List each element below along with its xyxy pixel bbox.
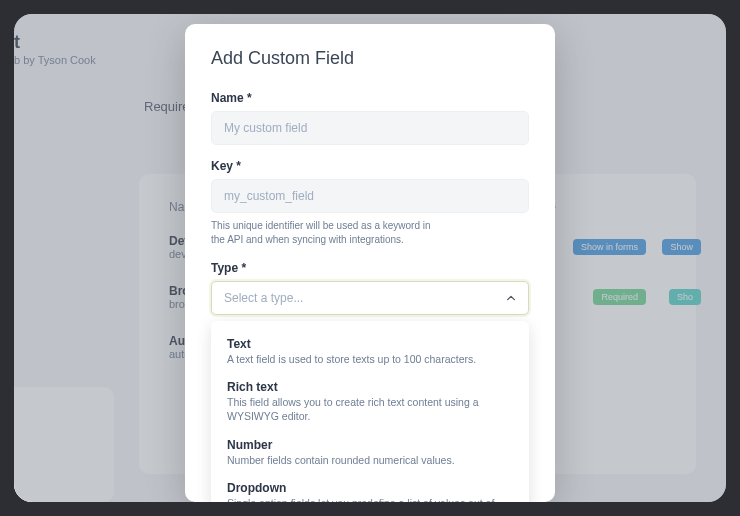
option-desc: This field allows you to create rich tex… [227, 395, 513, 423]
type-select[interactable]: Select a type... [211, 281, 529, 315]
option-title: Text [227, 337, 513, 351]
type-option-dropdown[interactable]: Dropdown Single option fields let you pr… [211, 475, 529, 502]
add-custom-field-modal: Add Custom Field Name * Key * This uniqu… [185, 24, 555, 502]
key-input[interactable] [211, 179, 529, 213]
option-title: Rich text [227, 380, 513, 394]
option-desc: Single option fields let you predefine a… [227, 496, 513, 502]
key-help-text: This unique identifier will be used as a… [211, 219, 441, 247]
type-field-group: Type * Select a type... Text A text fiel… [211, 261, 529, 502]
key-field-group: Key * This unique identifier will be use… [211, 159, 529, 247]
key-label: Key * [211, 159, 529, 173]
chevron-up-icon [506, 293, 516, 303]
option-title: Number [227, 438, 513, 452]
type-option-richtext[interactable]: Rich text This field allows you to creat… [211, 374, 529, 431]
type-option-number[interactable]: Number Number fields contain rounded num… [211, 432, 529, 475]
type-label: Type * [211, 261, 529, 275]
type-dropdown-menu: Text A text field is used to store texts… [211, 321, 529, 502]
name-label: Name * [211, 91, 529, 105]
option-desc: A text field is used to store texts up t… [227, 352, 513, 366]
type-option-text[interactable]: Text A text field is used to store texts… [211, 331, 529, 374]
option-title: Dropdown [227, 481, 513, 495]
type-select-placeholder: Select a type... [224, 291, 303, 305]
name-input[interactable] [211, 111, 529, 145]
name-field-group: Name * [211, 91, 529, 145]
modal-title: Add Custom Field [211, 48, 529, 69]
option-desc: Number fields contain rounded numerical … [227, 453, 513, 467]
app-window: t b by Tyson Cook Requirem Name e Device… [14, 14, 726, 502]
